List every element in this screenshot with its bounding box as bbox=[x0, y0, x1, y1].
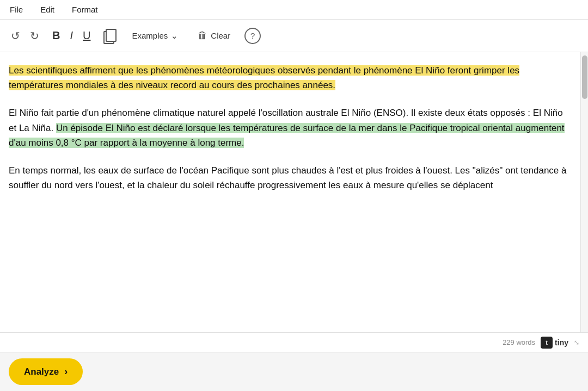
menu-file[interactable]: File bbox=[7, 4, 26, 15]
analyze-button[interactable]: Analyze › bbox=[9, 358, 83, 385]
paragraph-1: Les scientifiques affirment que les phén… bbox=[9, 63, 572, 92]
copy-format-button[interactable] bbox=[101, 27, 118, 45]
content-area: Les scientifiques affirment que les phén… bbox=[0, 52, 588, 332]
clear-label: Clear bbox=[211, 31, 230, 40]
paragraph-2: El Niño fait partie d'un phénomène clima… bbox=[9, 105, 572, 150]
help-button[interactable]: ? bbox=[244, 28, 261, 44]
text-segment-p3-1: En temps normal, les eaux de surface de … bbox=[9, 165, 566, 190]
resize-handle-icon[interactable]: ⤡ bbox=[574, 339, 579, 346]
redo-button[interactable]: ↻ bbox=[28, 27, 41, 45]
trash-icon: 🗑 bbox=[198, 30, 207, 41]
help-icon: ? bbox=[250, 31, 255, 40]
italic-button[interactable]: I bbox=[68, 27, 75, 44]
analyze-label: Analyze bbox=[24, 367, 59, 377]
tiny-logo-icon: t bbox=[541, 337, 553, 349]
examples-label: Examples bbox=[132, 31, 168, 40]
text-segment-p1-1: Les scientifiques affirment que les phén… bbox=[9, 65, 519, 90]
scrollbar[interactable] bbox=[580, 52, 588, 332]
status-bar: 229 words t tiny ⤡ bbox=[0, 332, 588, 352]
paragraph-3: En temps normal, les eaux de surface de … bbox=[9, 163, 572, 193]
clear-button[interactable]: 🗑 Clear bbox=[192, 27, 236, 45]
editor[interactable]: Les scientifiques affirment que les phén… bbox=[0, 52, 580, 332]
copy-icon bbox=[103, 29, 115, 43]
tiny-logo-text: tiny bbox=[555, 338, 568, 347]
history-group: ↺ ↻ bbox=[9, 27, 41, 45]
menu-format[interactable]: Format bbox=[69, 4, 101, 15]
examples-button[interactable]: Examples ⌄ bbox=[126, 28, 183, 44]
examples-chevron-icon: ⌄ bbox=[171, 31, 178, 41]
word-count: 229 words bbox=[503, 338, 535, 346]
undo-button[interactable]: ↺ bbox=[9, 27, 22, 45]
underline-button[interactable]: U bbox=[81, 27, 93, 44]
menu-bar: File Edit Format bbox=[0, 0, 588, 20]
bold-button[interactable]: B bbox=[50, 27, 62, 44]
menu-edit[interactable]: Edit bbox=[37, 4, 58, 15]
bottom-bar: Analyze › bbox=[0, 352, 588, 391]
format-group: B I U bbox=[50, 27, 93, 44]
toolbar: ↺ ↻ B I U Examples ⌄ 🗑 Clear ? bbox=[0, 20, 588, 52]
chevron-right-icon: › bbox=[64, 366, 68, 377]
text-segment-p2-2: Un épisode El Niño est déclaré lorsque l… bbox=[9, 123, 565, 148]
tiny-logo: t tiny bbox=[541, 337, 568, 349]
scrollbar-thumb[interactable] bbox=[582, 55, 587, 99]
